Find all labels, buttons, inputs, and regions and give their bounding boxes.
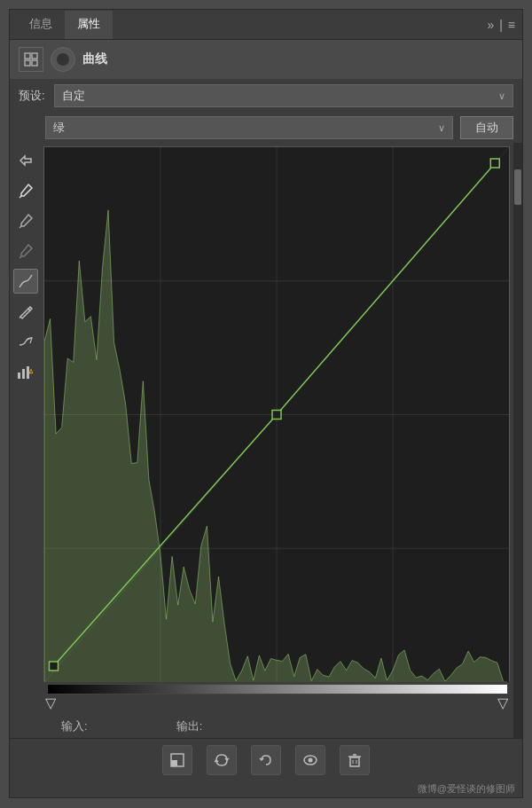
channel-value: 绿 xyxy=(53,120,65,136)
svg-line-7 xyxy=(20,317,20,318)
clip-shadows-button[interactable] xyxy=(162,745,192,775)
adjustment-grid-icon xyxy=(19,47,43,72)
input-label: 输入: xyxy=(61,718,88,734)
main-content: ▽ ▽ 输入: 输出: xyxy=(10,143,522,738)
tools-panel xyxy=(10,143,42,738)
io-row: 输入: 输出: xyxy=(43,711,510,738)
svg-rect-10 xyxy=(27,366,29,379)
delete-button[interactable] xyxy=(340,745,370,775)
smooth-curve-tool[interactable] xyxy=(13,329,38,354)
channel-arrow-icon: ∨ xyxy=(438,122,445,134)
divider-icon: | xyxy=(499,18,503,32)
scrollbar-thumb[interactable] xyxy=(514,169,521,205)
svg-line-4 xyxy=(20,196,21,198)
scrollbar-track[interactable] xyxy=(513,143,522,738)
double-arrow-icon[interactable]: » xyxy=(487,18,494,32)
white-eyedropper-tool[interactable] xyxy=(13,178,38,203)
panel-title-row: 曲线 xyxy=(10,40,522,79)
auto-correct-tool[interactable] xyxy=(13,148,38,173)
svg-rect-3 xyxy=(32,60,37,66)
gradient-bar-container: ▽ ▽ xyxy=(43,681,510,711)
svg-rect-1 xyxy=(32,53,37,59)
svg-rect-9 xyxy=(22,369,25,379)
reset-button[interactable] xyxy=(251,745,281,775)
pencil-tool[interactable] xyxy=(13,299,38,324)
svg-rect-8 xyxy=(18,373,20,379)
watermark: 微博@爱怪谈的修图师 xyxy=(10,781,522,797)
cycle-view-button[interactable] xyxy=(207,745,237,775)
bottom-toolbar xyxy=(10,738,522,781)
preset-arrow-icon: ∨ xyxy=(498,90,505,102)
svg-rect-0 xyxy=(25,53,30,59)
preset-dropdown[interactable]: 自定 ∨ xyxy=(54,84,513,107)
curve-adjustment-tool[interactable] xyxy=(13,269,38,294)
tab-bar: 信息 属性 » | ≡ xyxy=(10,10,522,40)
layer-mask-icon xyxy=(51,47,75,72)
preset-row: 预设: 自定 ∨ xyxy=(10,79,522,113)
preset-value: 自定 xyxy=(62,88,85,104)
black-point-handle[interactable]: ▽ xyxy=(45,694,56,711)
tab-info[interactable]: 信息 xyxy=(17,11,65,39)
svg-rect-14 xyxy=(171,760,177,766)
gradient-handles: ▽ ▽ xyxy=(45,694,508,711)
svg-rect-2 xyxy=(25,60,30,66)
gray-eyedropper-tool[interactable] xyxy=(13,208,38,233)
svg-point-12 xyxy=(31,373,32,373)
preset-label: 预设: xyxy=(19,88,45,104)
panel-title: 曲线 xyxy=(82,51,107,67)
histogram-warning-tool[interactable] xyxy=(13,359,38,384)
auto-button[interactable]: 自动 xyxy=(460,116,513,139)
svg-line-6 xyxy=(20,256,21,258)
channel-row: 绿 ∨ 自动 xyxy=(10,113,522,143)
tab-icons: » | ≡ xyxy=(487,18,515,32)
visibility-button[interactable] xyxy=(295,745,325,775)
svg-point-16 xyxy=(309,757,313,762)
channel-dropdown[interactable]: 绿 ∨ xyxy=(45,116,453,139)
input-gradient-bar xyxy=(47,684,508,694)
svg-line-5 xyxy=(20,226,21,228)
curve-display[interactable] xyxy=(43,146,510,681)
svg-rect-17 xyxy=(350,757,359,766)
menu-icon[interactable]: ≡ xyxy=(508,18,515,32)
white-point-handle[interactable]: ▽ xyxy=(497,694,508,711)
tab-properties[interactable]: 属性 xyxy=(65,11,113,39)
curve-canvas[interactable] xyxy=(44,147,509,682)
output-label: 输出: xyxy=(176,718,203,734)
black-eyedropper-tool[interactable] xyxy=(13,239,38,263)
